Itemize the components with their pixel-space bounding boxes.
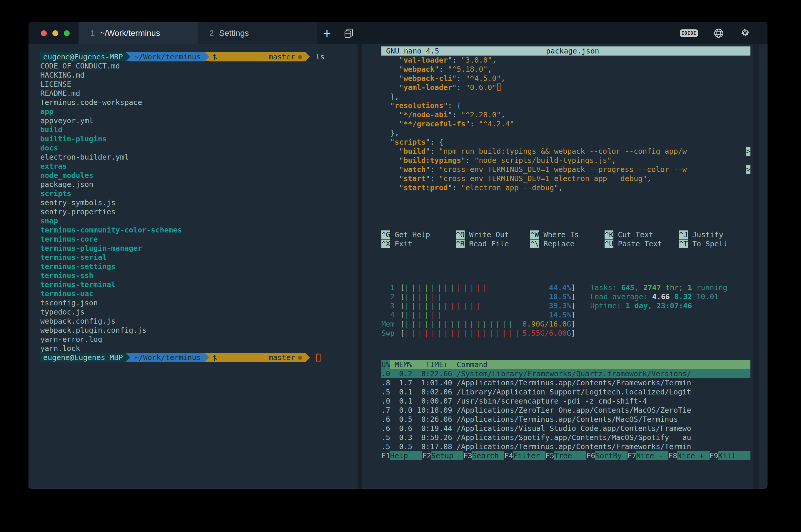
nano-text-segment: "electron app --debug" [461,184,558,192]
fkey-action: SortBy [595,451,627,460]
meter-bar-tick: | [417,311,422,319]
file-entry: CODE_OF_CONDUCT.md [40,61,358,71]
nano-shortcut[interactable]: ^J Justify [679,230,753,239]
meter-bar-tick: | [489,320,493,328]
meter-bars: ||||||||||||| [405,283,489,292]
fkey-name: F6 [586,451,595,460]
nano-shortcut[interactable]: ^W Where Is [530,230,604,239]
process-row[interactable]: .5 0.3 8:59.26 /Applications/Spotify.app… [381,433,750,442]
nano-cursor [497,83,501,91]
nano-text-segment: "cross-env TERMINUS_DEV=1 electron app -… [439,174,647,183]
git-branch-icon [213,336,266,380]
nano-text-segment: { [439,138,443,146]
process-row[interactable]: .0 0.2 0:22.66 /System/Library/Framework… [381,369,750,378]
nano-text-segment: , [395,92,399,101]
process-row[interactable]: .6 0.5 0:26.06 /Applications/Terminus.ap… [381,415,750,424]
process-row[interactable]: .5 0.1 8:02.06 /Library/Application Supp… [381,387,750,397]
meter-bar-tick: | [470,329,474,338]
shortcut-key: ^\ [530,240,539,248]
meter-bracket: [ [400,329,405,338]
nano-line: "webpack": "^5.18.0", [381,65,750,74]
nano-text-segment: ": [448,184,461,192]
nano-shortcut[interactable]: ^T To Spell [679,239,753,248]
nano-text-segment: ": [448,111,461,119]
powerline-arrow [126,353,130,362]
pane-divider[interactable] [358,44,362,489]
zoom-button[interactable] [64,30,70,36]
git-branch-icon [213,44,266,79]
prompt-user-segment: eugene@Eugenes-MBP [40,353,126,362]
htop-meter: 1 [|||||||||||||44.4%] [381,283,575,292]
nano-text-segment: , [501,74,505,82]
htop-table-header[interactable]: U% MEM% TIME+ Command [381,360,750,369]
split-windows-button[interactable] [337,22,361,44]
fkey-action: Search [472,451,504,460]
fkey-button[interactable]: F9Kill [710,451,750,460]
minimize-button[interactable] [52,30,58,36]
process-row[interactable]: .5 0.5 0:17.08 /Applications/Terminus.ap… [381,442,750,451]
tab-work-terminus[interactable]: 1 ~/Work/terminus [78,22,198,44]
stats-segment: 2747 [644,283,661,292]
globe-icon[interactable] [713,28,724,38]
stats-segment: Load average: [590,292,652,301]
meter-value: 8.90G/16.0G [522,320,571,329]
nano-text-segment: */node-abi [404,111,448,119]
tab-settings[interactable]: 2 Settings [198,22,317,44]
nano-shortcut[interactable]: ^\ Replace [530,239,604,248]
nano-shortcut[interactable]: ^U Paste Text [604,239,679,248]
meter-bracket: ] [571,301,575,310]
nano-shortcut[interactable]: ^R Read File [456,239,530,248]
fkey-button[interactable]: F8Nice + [668,451,709,460]
file-entry: terminus-serial [40,253,358,262]
meter-value: 39.3% [549,301,571,310]
fkey-button[interactable]: F2Setup [422,451,463,460]
close-button[interactable] [41,30,47,36]
meter-bar-tick: | [405,292,409,301]
nano-shortcut-bar: ^G Get Help^O Write Out^W Where Is^K Cut… [381,230,750,248]
terminal-pane-right[interactable]: GNU nano 4.5 package.json "val-loader": … [362,44,767,489]
nano-text-segment: ": [461,156,474,165]
uptime-line: Uptime: 1 day, 23:07:46 [590,301,727,310]
fkey-button[interactable]: F1Help [381,451,422,460]
nano-text-segment: "^5.18.0" [448,65,487,74]
fkey-button[interactable]: F4Filter [504,451,545,460]
nano-shortcut[interactable]: ^K Cut Text [604,230,679,239]
file-entry: yarn.lock [40,344,358,353]
terminal-pane-left[interactable]: eugene@Eugenes-MBP ~/Work/terminus [29,44,358,489]
stats-segment: 4.66 [652,292,674,301]
nano-shortcut[interactable]: ^O Write Out [456,230,530,239]
nano-text-segment: " [381,101,395,110]
fkey-button[interactable]: F6SortBy [586,451,627,460]
nano-text-segment: ": [426,174,439,183]
file-entry: snap [40,216,358,225]
nano-text-segment: " [381,138,395,146]
new-tab-button[interactable]: + [317,22,337,44]
meter-bar-tick: | [457,329,461,338]
file-entry: sentry.properties [40,207,358,216]
serial-ports-icon[interactable]: IOIOI [680,30,698,37]
process-row[interactable]: .0 0.1 0:00.07 /usr/sbin/screencapture -… [381,397,750,405]
process-row[interactable]: .8 1.7 1:01.40 /Applications/Terminus.ap… [381,378,750,387]
meter-bar-tick: | [450,283,454,292]
fkey-name: F7 [628,451,636,460]
settings-gear-icon[interactable] [739,27,750,39]
fkey-button[interactable]: F5Tree [545,451,586,460]
nano-text-segment: start [404,174,426,183]
fkey-button[interactable]: F7Nice - [628,451,668,460]
meter-label: Mem [381,320,400,329]
htop-monitor: 1 [|||||||||||||44.4%] 2 [||||||18.5%] 3… [381,283,750,460]
fkey-button[interactable]: F3Search [463,451,504,460]
meter-label: Swp [381,329,400,338]
nano-line: "yaml-loader": "0.6.0" [381,83,750,92]
nano-text-segment: build:typings [404,156,461,165]
nano-text-segment: webpack [404,65,434,74]
sort-column-header[interactable]: U% [381,360,390,369]
scrollbar[interactable] [753,44,759,489]
nano-shortcut[interactable]: ^G Get Help [381,230,456,239]
meter-bar-tick: | [430,329,435,338]
file-entry: typedoc.js [40,307,358,317]
process-row[interactable]: .6 0.6 0:19.44 /Applications/Visual Stud… [381,424,750,433]
nano-shortcut[interactable]: ^X Exit [381,239,456,248]
htop-meter: 2 [||||||18.5%] [381,292,575,301]
process-row[interactable]: .7 0.0 10:18.09 /Applications/ZeroTier O… [381,405,750,415]
